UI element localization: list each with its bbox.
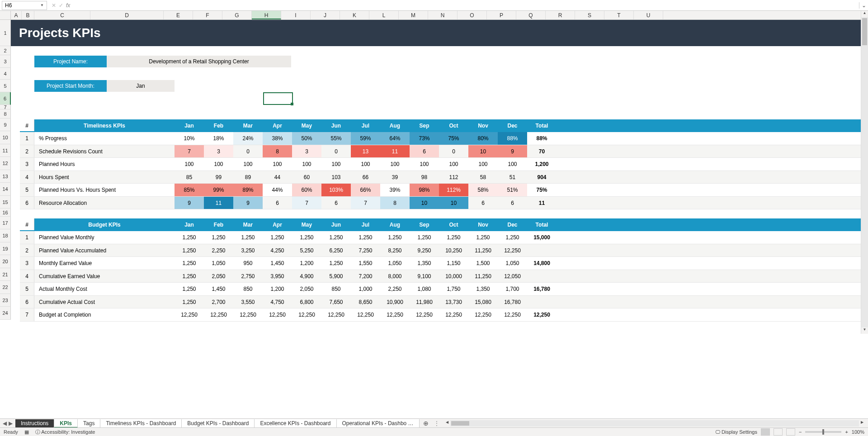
kpi-cell[interactable]: 3 bbox=[292, 145, 321, 158]
kpi-cell[interactable]: 1,250 bbox=[175, 283, 204, 295]
kpi-cell[interactable]: 1,250 bbox=[498, 231, 527, 244]
kpi-cell[interactable]: 11 bbox=[380, 145, 410, 158]
kpi-cell[interactable]: 100 bbox=[498, 158, 527, 171]
kpi-cell[interactable]: 73% bbox=[410, 132, 439, 145]
kpi-cell[interactable]: 12,250 bbox=[263, 308, 292, 321]
kpi-cell[interactable]: 1,050 bbox=[498, 257, 527, 270]
kpi-cell[interactable]: 1,250 bbox=[292, 231, 321, 244]
column-header-N[interactable]: N bbox=[428, 11, 458, 19]
kpi-cell[interactable]: 100 bbox=[468, 158, 498, 171]
kpi-cell[interactable]: 7 bbox=[175, 145, 204, 158]
kpi-cell[interactable]: 12,250 bbox=[439, 308, 468, 321]
kpi-cell[interactable]: 13,730 bbox=[439, 296, 468, 308]
kpi-cell[interactable]: 8,250 bbox=[380, 244, 410, 257]
kpi-cell[interactable]: 1,080 bbox=[410, 283, 439, 295]
kpi-cell[interactable]: 3 bbox=[204, 145, 233, 158]
kpi-cell[interactable]: 4,900 bbox=[292, 270, 321, 283]
kpi-cell[interactable]: 44% bbox=[263, 184, 292, 196]
column-header-C[interactable]: C bbox=[34, 11, 90, 19]
kpi-cell[interactable]: 1,250 bbox=[410, 231, 439, 244]
kpi-cell[interactable]: 6 bbox=[263, 197, 292, 209]
kpi-cell[interactable]: 1,500 bbox=[468, 257, 498, 270]
kpi-cell[interactable]: 9 bbox=[175, 197, 204, 209]
column-header-M[interactable]: M bbox=[399, 11, 428, 19]
kpi-cell[interactable]: 1,350 bbox=[468, 283, 498, 295]
kpi-cell[interactable]: 103 bbox=[321, 171, 351, 184]
kpi-cell[interactable]: 39% bbox=[380, 184, 410, 196]
kpi-cell[interactable]: 58 bbox=[468, 171, 498, 184]
kpi-cell[interactable]: 100 bbox=[204, 158, 233, 171]
column-header-B[interactable]: B bbox=[22, 11, 34, 19]
kpi-cell[interactable]: 6,250 bbox=[321, 244, 351, 257]
row-header-1[interactable]: 1 bbox=[0, 20, 11, 46]
kpi-cell[interactable]: 0 bbox=[439, 145, 468, 158]
kpi-cell[interactable]: 100 bbox=[439, 158, 468, 171]
kpi-cell[interactable]: 1,000 bbox=[351, 283, 380, 295]
kpi-cell[interactable]: 7,200 bbox=[351, 270, 380, 283]
kpi-cell[interactable]: 850 bbox=[321, 283, 351, 295]
kpi-cell[interactable]: 51 bbox=[498, 171, 527, 184]
kpi-cell[interactable]: 66% bbox=[351, 184, 380, 196]
kpi-cell[interactable]: 98% bbox=[410, 184, 439, 196]
row-header-11[interactable]: 11 bbox=[0, 144, 11, 157]
row-header-23[interactable]: 23 bbox=[0, 294, 11, 307]
project-name-value[interactable]: Development of a Retail Shopping Center bbox=[107, 56, 291, 67]
row-header-10[interactable]: 10 bbox=[0, 131, 11, 144]
kpi-cell[interactable]: 9,100 bbox=[410, 270, 439, 283]
column-header-T[interactable]: T bbox=[604, 11, 634, 19]
row-header-15[interactable]: 15 bbox=[0, 196, 11, 209]
kpi-cell[interactable]: 850 bbox=[233, 283, 263, 295]
kpi-cell[interactable]: 100 bbox=[410, 158, 439, 171]
kpi-cell[interactable]: 8,000 bbox=[380, 270, 410, 283]
kpi-cell[interactable]: 10,000 bbox=[439, 270, 468, 283]
kpi-cell[interactable]: 1,250 bbox=[233, 231, 263, 244]
kpi-cell[interactable]: 1,250 bbox=[175, 296, 204, 308]
row-header-16[interactable]: 16 bbox=[0, 209, 11, 217]
kpi-cell[interactable]: 12,250 bbox=[233, 308, 263, 321]
scroll-down-icon[interactable]: ▼ bbox=[861, 327, 868, 334]
row-header-12[interactable]: 12 bbox=[0, 157, 11, 170]
kpi-cell[interactable]: 1,250 bbox=[468, 231, 498, 244]
kpi-cell[interactable]: 2,250 bbox=[204, 244, 233, 257]
row-header-22[interactable]: 22 bbox=[0, 281, 11, 294]
kpi-cell[interactable]: 3,550 bbox=[233, 296, 263, 308]
kpi-cell[interactable]: 10 bbox=[410, 197, 439, 209]
kpi-cell[interactable]: 12,250 bbox=[498, 308, 527, 321]
column-header-K[interactable]: K bbox=[340, 11, 369, 19]
kpi-cell[interactable]: 5,250 bbox=[292, 244, 321, 257]
formula-input[interactable] bbox=[75, 1, 856, 10]
kpi-cell[interactable]: 1,200 bbox=[263, 283, 292, 295]
kpi-cell[interactable]: 12,250 bbox=[468, 308, 498, 321]
project-start-value[interactable]: Jan bbox=[107, 80, 175, 92]
kpi-cell[interactable]: 12,250 bbox=[410, 308, 439, 321]
kpi-cell[interactable]: 1,250 bbox=[175, 244, 204, 257]
fx-icon[interactable]: fx bbox=[66, 2, 70, 9]
column-header-J[interactable]: J bbox=[311, 11, 340, 19]
row-header-24[interactable]: 24 bbox=[0, 307, 11, 320]
kpi-cell[interactable]: 89% bbox=[233, 184, 263, 196]
kpi-cell[interactable]: 88% bbox=[498, 132, 527, 145]
kpi-cell[interactable]: 9,250 bbox=[410, 244, 439, 257]
column-header-F[interactable]: F bbox=[193, 11, 222, 19]
kpi-cell[interactable]: 66 bbox=[351, 171, 380, 184]
kpi-cell[interactable]: 39 bbox=[380, 171, 410, 184]
kpi-cell[interactable]: 1,250 bbox=[439, 231, 468, 244]
row-header-19[interactable]: 19 bbox=[0, 242, 11, 256]
kpi-cell[interactable]: 950 bbox=[233, 257, 263, 270]
kpi-cell[interactable]: 1,250 bbox=[351, 231, 380, 244]
kpi-cell[interactable]: 98 bbox=[410, 171, 439, 184]
kpi-cell[interactable]: 100 bbox=[263, 158, 292, 171]
row-header-21[interactable]: 21 bbox=[0, 268, 11, 281]
kpi-cell[interactable]: 5,900 bbox=[321, 270, 351, 283]
kpi-cell[interactable]: 8 bbox=[263, 145, 292, 158]
kpi-cell[interactable]: 10,250 bbox=[439, 244, 468, 257]
row-header-9[interactable]: 9 bbox=[0, 118, 11, 131]
kpi-cell[interactable]: 12,250 bbox=[292, 308, 321, 321]
kpi-cell[interactable]: 64% bbox=[380, 132, 410, 145]
row-header-2[interactable]: 2 bbox=[0, 46, 11, 55]
kpi-cell[interactable]: 50% bbox=[292, 132, 321, 145]
enter-icon[interactable]: ✓ bbox=[59, 2, 63, 9]
kpi-cell[interactable]: 100 bbox=[175, 158, 204, 171]
kpi-cell[interactable]: 1,250 bbox=[380, 231, 410, 244]
kpi-cell[interactable]: 1,250 bbox=[175, 231, 204, 244]
